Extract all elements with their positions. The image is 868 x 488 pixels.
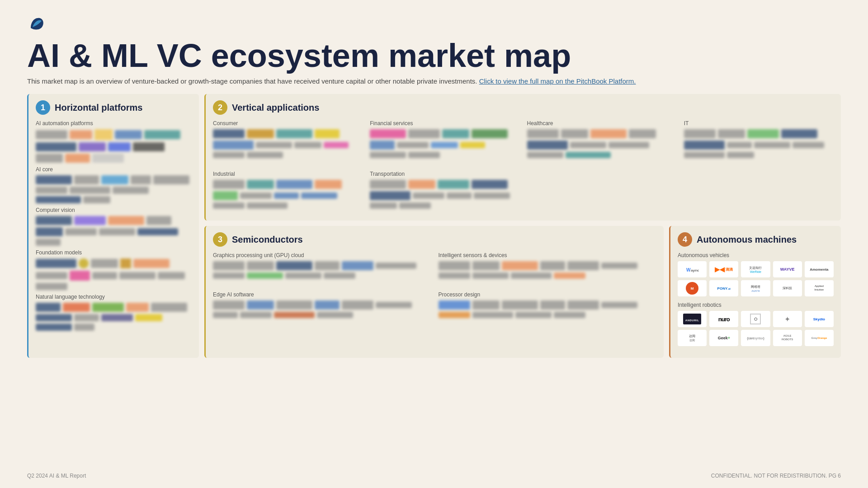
ai-core-title: AI core <box>36 166 192 173</box>
subsection-edge-ai: Edge AI software <box>213 291 431 318</box>
section-autonomous-machines: 4 Autonomous machines Autonomous vehicle… <box>669 226 841 358</box>
processor-logos <box>439 300 657 318</box>
waymo-logo-item: W aymo <box>678 261 707 277</box>
agile-logo-item: AGILEROBOTS <box>773 330 802 346</box>
gpu-cloud-title: Graphics processing unit (GPU) cloud <box>213 252 431 258</box>
nlp-title: Natural language technology <box>36 294 192 300</box>
section4-title: Autonomous machines <box>697 235 797 245</box>
subsection-ai-core: AI core <box>36 166 192 203</box>
consumer-logos <box>213 129 363 158</box>
subsection-intelligent-robotics: Intelligent robotics ANDURIL nuro ⬡ <box>678 302 834 346</box>
subsection-financial: Financial services <box>370 120 519 158</box>
subsection-transportation: Transportation <box>370 171 519 209</box>
footer-right: CONFIDENTIAL. NOT FOR REDISTRIBUTION. PG… <box>711 473 841 479</box>
gpu-cloud-logos <box>213 261 431 279</box>
section1-title: Horizontal platforms <box>55 103 142 113</box>
sensors-logos <box>439 261 657 279</box>
footer: Q2 2024 AI & ML Report CONFIDENTIAL. NOT… <box>27 473 841 479</box>
subtitle: This market map is an overview of ventur… <box>27 77 841 85</box>
av-logos: W aymo ▶◀滴滴 文远知行WeRide WAYVE <box>678 261 834 296</box>
sensors-title: Intelligent sensors & devices <box>439 252 657 258</box>
subsection-foundation-models: Foundation models <box>36 249 192 290</box>
processor-title: Processor design <box>439 291 657 298</box>
star-logo-item: ✦ <box>773 311 802 327</box>
subsection-autonomous-vehicles: Autonomous vehicles W aymo ▶◀滴滴 <box>678 252 834 296</box>
consumer-title: Consumer <box>213 120 363 127</box>
section-horizontal-platforms: 1 Horizontal platforms AI automation pla… <box>27 94 199 358</box>
nuro-logo-item: nuro <box>709 311 738 327</box>
pitchbook-link[interactable]: Click to view the full map on the PitchB… <box>479 77 636 85</box>
edge-ai-title: Edge AI software <box>213 291 431 298</box>
ai-automation-logos <box>36 129 192 163</box>
subsection-sensors: Intelligent sensors & devices <box>439 252 657 279</box>
it-title: IT <box>684 120 834 127</box>
subsection-healthcare: Healthcare <box>527 120 677 158</box>
computer-vision-logos <box>36 216 192 246</box>
edge-ai-logos <box>213 300 431 318</box>
subsection-gpu-cloud: Graphics processing unit (GPU) cloud <box>213 252 431 279</box>
ir-title: Intelligent robotics <box>678 302 834 308</box>
foundation-models-logos <box>36 258 192 290</box>
greyorange-logo-item: GreyOrange <box>805 330 834 346</box>
subsection-ai-automation: AI automation platforms <box>36 120 192 163</box>
section2-inner: Consumer F <box>213 120 834 214</box>
section-semiconductors: 3 Semiconductors Graphics processing uni… <box>204 226 664 358</box>
main-grid: 1 Horizontal platforms AI automation pla… <box>27 94 841 358</box>
transportation-logos <box>370 180 519 209</box>
applied-logo-item: AppliedIntuition <box>805 280 834 296</box>
midu-logo-item: M <box>678 280 707 296</box>
wayve-logo-item: WAYVE <box>773 261 802 277</box>
didi-logo-item: ▶◀滴滴 <box>709 261 738 277</box>
subsection-industrial: Industrial <box>213 171 363 209</box>
healthcare-logos <box>527 129 677 158</box>
skydio-logo-item: Skydio <box>805 311 834 327</box>
subsection-processor: Processor design <box>439 291 657 318</box>
foundation-models-title: Foundation models <box>36 249 192 256</box>
computer-vision-title: Computer vision <box>36 207 192 213</box>
subsection-nlp: Natural language technology <box>36 294 192 331</box>
dawen-logo-item: 达闻达闻 <box>678 330 707 346</box>
financial-title: Financial services <box>370 120 519 127</box>
ai-automation-title: AI automation platforms <box>36 120 192 127</box>
footer-left: Q2 2024 AI & ML Report <box>27 473 86 479</box>
ir-logos: ANDURIL nuro ⬡ ✦ Skydio <box>678 311 834 346</box>
transportation-title: Transportation <box>370 171 519 177</box>
nlp-logos <box>36 303 192 331</box>
geekplus-logo-item: Geek+ <box>709 330 738 346</box>
caresyntax-logo-item: {caresyntax} <box>741 330 770 346</box>
section-vertical-applications: 2 Vertical applications Consumer <box>204 94 841 221</box>
section4-number: 4 <box>678 232 692 247</box>
svg-text:W: W <box>686 267 691 272</box>
avatar-logo-item: 网维塔AVATR <box>741 280 770 296</box>
pitchbook-logo <box>27 14 841 38</box>
svg-text:aymo: aymo <box>691 268 699 272</box>
industrial-title: Industrial <box>213 171 363 177</box>
page: AI & ML VC ecosystem market map This mar… <box>0 0 868 488</box>
healthcare-title: Healthcare <box>527 120 677 127</box>
deeptech-logo-item: 深科技 <box>773 280 802 296</box>
section3-header: 3 Semiconductors <box>213 232 656 247</box>
momenta-logo-item: Amomenta <box>805 261 834 277</box>
section3-number: 3 <box>213 232 227 247</box>
industrial-logos <box>213 180 363 209</box>
main-title: AI & ML VC ecosystem market map <box>27 38 841 74</box>
section1-header: 1 Horizontal platforms <box>36 100 192 115</box>
subsection-computer-vision: Computer vision <box>36 207 192 246</box>
section4-header: 4 Autonomous machines <box>678 232 834 247</box>
anduril-logo-item: ANDURIL <box>678 311 707 327</box>
section1-number: 1 <box>36 100 50 115</box>
it-logos <box>684 129 834 158</box>
section2-title: Vertical applications <box>232 103 319 113</box>
section2-header: 2 Vertical applications <box>213 100 834 115</box>
subsection-consumer: Consumer <box>213 120 363 158</box>
pony-logo-item: PONY.ai <box>709 280 738 296</box>
section3-title: Semiconductors <box>232 235 303 245</box>
financial-logos <box>370 129 519 158</box>
abb-logo-item: ⬡ <box>741 311 770 327</box>
av-title: Autonomous vehicles <box>678 252 834 258</box>
subsection-it: IT <box>684 120 834 158</box>
section2-number: 2 <box>213 100 227 115</box>
ai-core-logos <box>36 175 192 203</box>
wenyuan-logo-item: 文远知行WeRide <box>741 261 770 277</box>
section3-inner: Graphics processing unit (GPU) cloud <box>213 252 656 324</box>
